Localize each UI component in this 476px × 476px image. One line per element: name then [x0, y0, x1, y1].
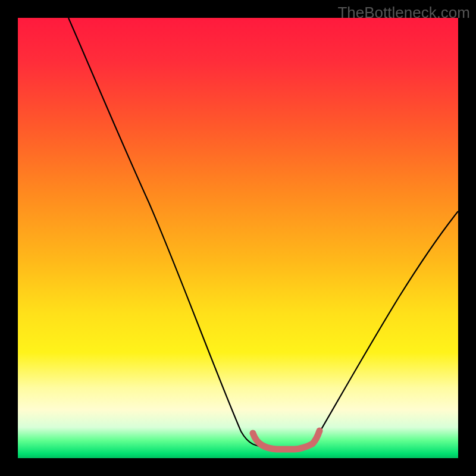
valley-band [253, 431, 320, 449]
chart-canvas [18, 18, 458, 458]
chart-svg [18, 18, 458, 458]
bottleneck-curve [68, 18, 458, 447]
watermark-text: TheBottleneck.com [337, 4, 470, 22]
